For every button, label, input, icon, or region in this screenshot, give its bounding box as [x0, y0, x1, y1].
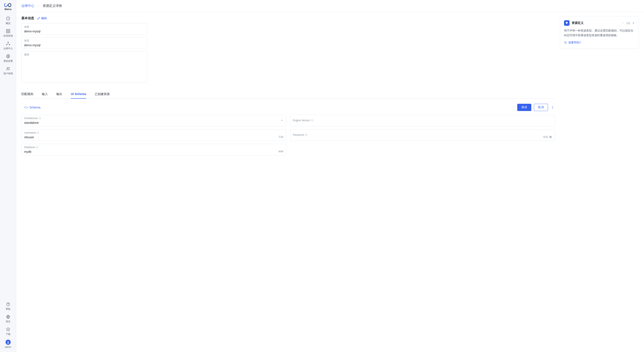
architecture-field[interactable]: Architecture standalone	[21, 115, 286, 126]
save-button[interactable]: 保存	[517, 104, 531, 111]
svg-point-18	[552, 106, 553, 107]
nav-label: 帮助	[6, 308, 10, 311]
database-label: Database	[24, 146, 35, 149]
password-label: Password	[293, 133, 304, 136]
nav-label: 用户管理	[4, 72, 13, 75]
database-field[interactable]: Database mydb 4/64	[21, 144, 286, 155]
name-label: 名称	[24, 25, 144, 29]
username-value: rdsuser	[24, 136, 284, 139]
help-link-text: 需要帮助?	[568, 41, 581, 44]
nav-download[interactable]: 下载	[2, 325, 14, 337]
svg-point-9	[9, 44, 10, 45]
chevron-down-icon	[280, 119, 284, 123]
nav-overview[interactable]: 概览	[2, 14, 14, 26]
info-icon[interactable]	[305, 134, 308, 136]
username-counter: 7/16	[278, 136, 284, 139]
password-counter: 0/32	[543, 136, 552, 139]
breadcrumb-link[interactable]: 运维中心	[21, 4, 34, 8]
nav-label: admin	[5, 346, 11, 348]
database-value: mydb	[24, 150, 284, 154]
tab-match-rules[interactable]: 匹配规则	[21, 90, 33, 99]
cancel-button[interactable]: 取消	[534, 104, 548, 111]
main-content: 运维中心 / 资源定义详情 基本信息 编辑 名称 demo-mysql	[16, 0, 644, 352]
info-icon[interactable]	[38, 117, 41, 120]
nav-label: 下载	[6, 333, 10, 336]
grid-icon	[6, 29, 10, 33]
tab-ui-schema[interactable]: UI Schema	[71, 90, 86, 99]
dashboard-icon	[6, 16, 10, 21]
nav-label: 应用管理	[4, 34, 13, 37]
help-link[interactable]: 需要帮助?	[564, 41, 581, 44]
help-card: 资源定义 1/2 用于声明一种资源类型。通过设置匹配规则，可以指定在特定环境中部…	[560, 16, 639, 49]
schema-toggle[interactable]: Schema	[24, 106, 40, 109]
nav-ops[interactable]: 运维中心	[2, 40, 14, 51]
pager-prev[interactable]	[622, 21, 624, 24]
logo-text: Walrus	[4, 8, 12, 10]
nav-label: 系统设置	[4, 59, 13, 63]
description-field: 描述	[21, 51, 147, 82]
engine-version-field[interactable]: Engine Version	[290, 115, 555, 126]
svg-point-12	[8, 68, 10, 68]
svg-point-7	[8, 42, 8, 43]
svg-rect-5	[6, 31, 8, 33]
nav-lang[interactable]: 语言	[2, 313, 14, 325]
type-label: 类型	[24, 39, 144, 43]
help-icon	[6, 302, 10, 307]
info-icon[interactable]	[36, 146, 38, 149]
basic-info-title: 基本信息	[21, 16, 34, 20]
chevron-right-icon	[632, 21, 635, 24]
more-vertical-icon	[551, 106, 554, 109]
svg-point-11	[7, 68, 8, 69]
nav-settings[interactable]: 系统设置	[2, 52, 14, 64]
breadcrumb-current: 资源定义详情	[43, 4, 62, 8]
tab-output[interactable]: 输出	[56, 90, 62, 99]
ops-icon	[6, 41, 10, 46]
svg-point-8	[6, 44, 7, 45]
info-icon[interactable]	[311, 119, 314, 122]
nav-users[interactable]: 用户管理	[2, 65, 14, 76]
users-icon	[6, 66, 10, 71]
database-counter: 4/64	[278, 150, 284, 153]
description-label: 描述	[24, 53, 144, 56]
svg-point-1	[10, 4, 10, 5]
logo-icon	[4, 2, 12, 8]
nav-label: 概览	[6, 22, 10, 25]
architecture-label: Architecture	[24, 117, 38, 120]
hand-icon	[564, 41, 567, 44]
nav-label: 运维中心	[4, 47, 13, 50]
sidebar: Walrus 概览 应用管理 运维中心	[0, 0, 16, 352]
svg-rect-3	[6, 29, 8, 31]
svg-point-19	[552, 107, 553, 108]
pager-count: 1/2	[626, 21, 630, 25]
eye-off-icon[interactable]	[549, 136, 552, 139]
type-value: demo-mysql	[24, 43, 144, 47]
tab-created-resources[interactable]: 已创建资源	[95, 90, 110, 99]
more-button[interactable]	[550, 105, 555, 110]
info-icon[interactable]	[37, 132, 39, 134]
logo[interactable]: Walrus	[2, 2, 14, 11]
edit-button[interactable]: 编辑	[37, 16, 47, 20]
help-description: 用于声明一种资源类型。通过设置匹配规则，可以指定在特定环境中部署该类型资源时要使…	[564, 28, 635, 38]
username-field[interactable]: Username rdsuser 7/16	[21, 129, 286, 141]
tab-input[interactable]: 输入	[42, 90, 48, 99]
nav-help[interactable]: 帮助	[2, 300, 14, 312]
lightbulb-icon	[564, 20, 570, 26]
type-field: 类型 demo-mysql	[21, 37, 147, 49]
password-counter-text: 0/32	[543, 136, 548, 139]
engine-version-label: Engine Version	[293, 119, 310, 122]
architecture-value: standalone	[24, 121, 284, 124]
code-icon	[24, 106, 28, 109]
svg-rect-6	[8, 31, 10, 33]
pager-next[interactable]	[632, 21, 635, 24]
svg-point-20	[552, 108, 553, 109]
nav-user[interactable]: admin	[2, 338, 14, 350]
password-field[interactable]: Password 0/32	[290, 129, 555, 141]
schema-label-text: Schema	[30, 106, 40, 109]
nav-apps[interactable]: 应用管理	[2, 27, 14, 39]
nav-label: 语言	[6, 320, 10, 323]
user-avatar-icon	[6, 340, 11, 345]
tabs: 匹配规则 输入 输出 UI Schema 已创建资源	[21, 90, 555, 99]
breadcrumb: 运维中心 / 资源定义详情	[16, 0, 644, 12]
name-field: 名称 demo-mysql	[21, 23, 147, 35]
download-icon	[6, 327, 10, 332]
